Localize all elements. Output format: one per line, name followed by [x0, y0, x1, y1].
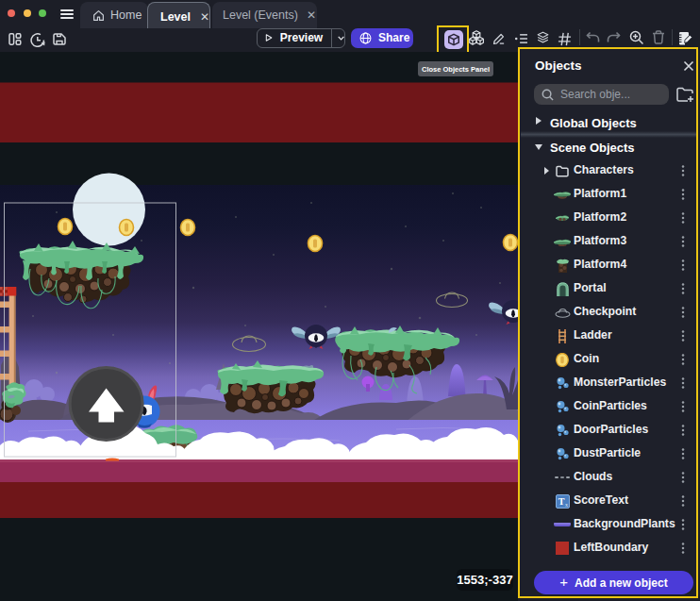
svg-text:x: x	[565, 502, 568, 508]
svg-text:T: T	[558, 496, 564, 507]
svg-text:1553;-337: 1553;-337	[457, 573, 512, 587]
